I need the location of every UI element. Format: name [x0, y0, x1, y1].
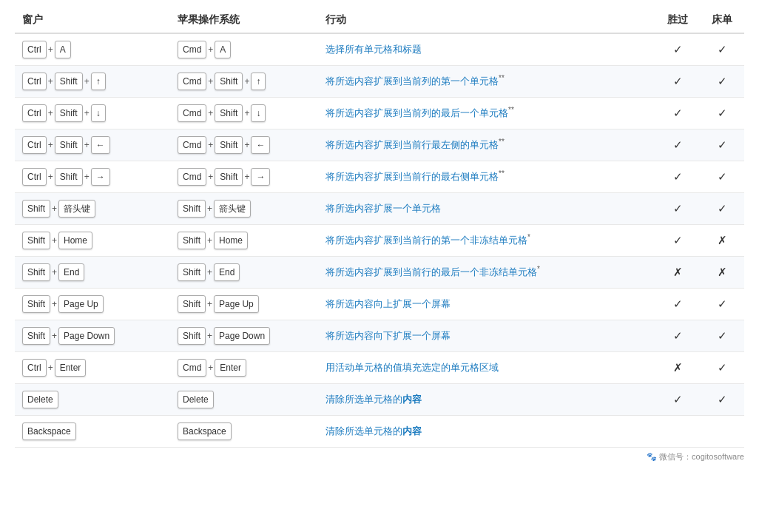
key-badge: ← — [251, 136, 270, 154]
action-cell: 将所选内容扩展到当前列的最后一个单元格** — [318, 98, 655, 129]
key-plus: + — [52, 331, 57, 341]
key-plus: + — [244, 140, 249, 150]
win-keys-cell: Shift+End — [15, 257, 170, 289]
action-text: 将所选内容向上扩展一个屏幕 — [325, 298, 451, 309]
bed-check-cell: ✓ — [700, 352, 744, 384]
key-badge: Ctrl — [22, 104, 47, 122]
table-row: Ctrl+Shift+←Cmd+Shift+←将所选内容扩展到当前行最左侧的单元… — [15, 129, 744, 161]
bed-check-cell: ✓ — [700, 129, 744, 161]
action-cell: 清除所选单元格的内容 — [318, 416, 655, 448]
win2-check-cell: ✓ — [655, 225, 700, 257]
key-plus: + — [208, 140, 213, 150]
key-plus: + — [48, 76, 53, 87]
action-text: 将所选内容扩展到当前行的最后一个非冻结单元格 — [325, 267, 537, 278]
win-keys-cell: Ctrl+Enter — [15, 352, 170, 384]
key-plus: + — [208, 363, 213, 373]
key-badge: End — [214, 263, 240, 281]
bed-check-cell: ✓ — [700, 193, 744, 225]
action-text-pre: 清除所选单元格的 — [325, 394, 402, 405]
table-row: Shift+Page DownShift+Page Down将所选内容向下扩展一… — [15, 320, 744, 352]
action-sup: ** — [508, 106, 514, 114]
key-plus: + — [207, 235, 212, 246]
key-plus: + — [207, 299, 212, 309]
table-row: Shift+Page UpShift+Page Up将所选内容向上扩展一个屏幕✓… — [15, 289, 744, 320]
key-badge: Page Up — [214, 295, 259, 313]
action-cell: 将所选内容向上扩展一个屏幕 — [318, 289, 655, 320]
table-row: Shift+HomeShift+Home将所选内容扩展到当前行的第一个非冻结单元… — [15, 225, 744, 257]
key-plus: + — [84, 172, 90, 182]
win-keys-cell: Ctrl+Shift+→ — [15, 161, 170, 193]
key-plus: + — [48, 108, 53, 118]
win2-check-cell: ✓ — [655, 66, 700, 98]
key-plus: + — [52, 299, 57, 309]
key-badge: → — [251, 168, 270, 186]
key-badge: Shift — [22, 200, 50, 218]
mac-keys-cell: Shift+箭头键 — [170, 193, 318, 225]
action-text: 将所选内容扩展到当前行的最右侧单元格 — [325, 172, 499, 183]
key-badge: Shift — [215, 104, 243, 122]
mac-keys-cell: Shift+Page Down — [170, 320, 318, 352]
win2-check-cell — [655, 416, 700, 448]
col-header-mac: 苹果操作系统 — [170, 7, 318, 33]
watermark-text: 微信号：cogitosoftware — [659, 452, 744, 461]
win2-check-cell: ✓ — [655, 193, 700, 225]
key-badge: Shift — [55, 168, 83, 186]
key-plus: + — [84, 108, 90, 118]
key-plus: + — [208, 76, 213, 87]
key-badge: Shift — [55, 104, 83, 122]
mac-keys-cell: Cmd+Shift+← — [170, 129, 318, 161]
key-badge: Page Up — [58, 295, 104, 313]
table-header-row: 窗户 苹果操作系统 行动 胜过 床单 — [15, 7, 744, 33]
bed-check-cell: ✓ — [700, 98, 744, 129]
key-badge: Enter — [215, 359, 246, 377]
key-badge: Shift — [178, 232, 206, 249]
key-badge: Shift — [22, 232, 50, 249]
mac-keys-cell: Shift+Home — [170, 225, 318, 257]
win2-check-cell: ✓ — [655, 320, 700, 352]
mac-keys-cell: Backspace — [170, 416, 318, 448]
action-sup: ** — [499, 138, 505, 146]
mac-keys-cell: Cmd+Shift+↑ — [170, 66, 318, 98]
key-badge: Cmd — [178, 41, 206, 58]
key-plus: + — [48, 44, 53, 55]
shortcut-table: 窗户 苹果操作系统 行动 胜过 床单 Ctrl+ACmd+A选择所有单元格和标题… — [15, 7, 744, 448]
action-cell: 将所选内容扩展一个单元格 — [318, 193, 655, 225]
action-text: 将所选内容扩展到当前行的第一个非冻结单元格 — [325, 235, 527, 246]
key-badge: Backspace — [22, 422, 76, 440]
key-badge: Cmd — [178, 168, 206, 186]
win-keys-cell: Ctrl+A — [15, 33, 170, 66]
key-badge: Page Down — [214, 327, 270, 345]
key-badge: Shift — [215, 168, 243, 186]
action-cell: 将所选内容扩展到当前行的最右侧单元格** — [318, 161, 655, 193]
table-row: Ctrl+EnterCmd+Enter用活动单元格的值填充选定的单元格区域✗✓ — [15, 352, 744, 384]
key-badge: Delete — [22, 391, 58, 408]
key-badge: Shift — [178, 295, 206, 313]
table-row: BackspaceBackspace清除所选单元格的内容 — [15, 416, 744, 448]
win-keys-cell: Ctrl+Shift+← — [15, 129, 170, 161]
key-badge: Backspace — [178, 422, 232, 440]
key-plus: + — [48, 140, 53, 150]
bed-check-cell: ✓ — [700, 66, 744, 98]
win-keys-cell: Shift+Page Up — [15, 289, 170, 320]
key-plus: + — [207, 331, 212, 341]
key-badge: A — [215, 41, 231, 58]
key-badge: Home — [58, 232, 92, 249]
action-text: 将所选内容扩展到当前列的最后一个单元格 — [325, 108, 508, 119]
col-header-win: 窗户 — [15, 7, 170, 33]
action-sup: * — [527, 233, 530, 241]
table-row: Ctrl+ACmd+A选择所有单元格和标题✓✓ — [15, 33, 744, 66]
key-badge: Shift — [22, 263, 50, 281]
key-badge: Enter — [55, 359, 87, 377]
key-badge: Shift — [215, 73, 243, 90]
bed-check-cell: ✓ — [700, 289, 744, 320]
key-badge: End — [58, 263, 84, 281]
action-cell: 将所选内容向下扩展一个屏幕 — [318, 320, 655, 352]
table-row: Ctrl+Shift+↓Cmd+Shift+↓将所选内容扩展到当前列的最后一个单… — [15, 98, 744, 129]
table-row: Shift+EndShift+End将所选内容扩展到当前行的最后一个非冻结单元格… — [15, 257, 744, 289]
key-plus: + — [244, 76, 249, 87]
mac-keys-cell: Cmd+Shift+↓ — [170, 98, 318, 129]
mac-keys-cell: Cmd+Enter — [170, 352, 318, 384]
action-cell: 将所选内容扩展到当前行的最后一个非冻结单元格* — [318, 257, 655, 289]
win-keys-cell: Ctrl+Shift+↑ — [15, 66, 170, 98]
bed-check-cell: ✓ — [700, 320, 744, 352]
